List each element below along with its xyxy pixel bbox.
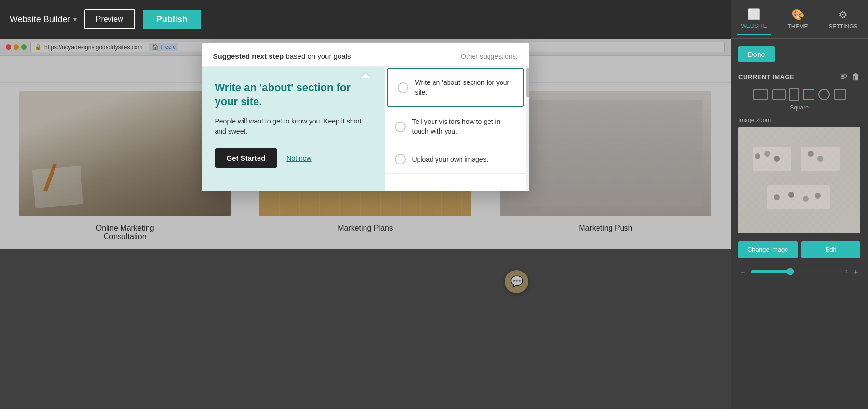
suggestions-list: Write an 'about' section for your site. … bbox=[385, 67, 526, 191]
right-panel: Done CURRENT IMAGE 👁 🗑 bbox=[731, 39, 868, 409]
theme-icon: 🎨 bbox=[791, 9, 804, 21]
shape-tall-icon bbox=[789, 88, 799, 101]
image-zoom-label: Image Zoom bbox=[738, 117, 860, 123]
suggestion-item-1[interactable]: Tell your visitors how to get in touch w… bbox=[385, 109, 526, 145]
modal-scrollbar[interactable] bbox=[526, 67, 529, 191]
shape-rect2[interactable] bbox=[834, 89, 846, 100]
website-preview: 🔒 https://noyadesigns.godaddysites.com 🏠… bbox=[0, 39, 731, 409]
suggested-label: Suggested next step based on your goals bbox=[213, 52, 351, 60]
shape-rect-icon bbox=[772, 89, 786, 100]
tab-website[interactable]: ⬜ WEBSITE bbox=[737, 3, 771, 35]
tab-settings-label: SETTINGS bbox=[828, 23, 857, 30]
zoom-out-button[interactable]: － bbox=[738, 266, 747, 277]
shape-sq-icon bbox=[803, 89, 814, 100]
shape-circle[interactable] bbox=[818, 89, 830, 100]
website-icon: ⬜ bbox=[747, 8, 760, 21]
radio-0 bbox=[398, 82, 408, 93]
brand-chevron-icon: ▾ bbox=[73, 15, 77, 23]
shape-wide-icon bbox=[753, 89, 768, 100]
shape-circle-icon bbox=[818, 89, 830, 100]
main-suggestion: Write an 'about' section for your site. … bbox=[202, 67, 385, 191]
next-steps-modal: Suggested next step based on your goals … bbox=[202, 43, 529, 191]
current-image-actions: 👁 🗑 bbox=[839, 72, 860, 82]
suggestion-text-2: Upload your own images. bbox=[412, 155, 488, 164]
edit-button[interactable]: Edit bbox=[801, 241, 861, 258]
zoom-in-button[interactable]: ＋ bbox=[852, 266, 860, 277]
not-now-button[interactable]: Not now bbox=[286, 154, 311, 162]
current-image-section: CURRENT IMAGE 👁 🗑 bbox=[738, 72, 860, 82]
suggestion-text-1: Tell your visitors how to get in touch w… bbox=[412, 117, 516, 136]
preview-svg bbox=[738, 127, 860, 233]
visibility-toggle-button[interactable]: 👁 bbox=[839, 72, 848, 82]
main-area: 🔒 https://noyadesigns.godaddysites.com 🏠… bbox=[0, 39, 868, 409]
tab-theme[interactable]: 🎨 THEME bbox=[784, 4, 812, 35]
modal-body: Write an 'about' section for your site. … bbox=[202, 67, 529, 191]
main-suggestion-title: Write an 'about' section for your site. bbox=[215, 81, 371, 109]
right-panel-tabs: ⬜ WEBSITE 🎨 THEME ⚙ SETTINGS bbox=[731, 0, 868, 39]
suggestion-text-0: Write an 'about' section for your site. bbox=[415, 78, 513, 97]
brand-logo[interactable]: Website Builder ▾ bbox=[10, 14, 77, 25]
done-button[interactable]: Done bbox=[738, 46, 775, 62]
brand-name: Website Builder bbox=[10, 14, 70, 25]
svg-point-7 bbox=[808, 151, 814, 157]
svg-point-5 bbox=[764, 151, 770, 157]
zoom-controls: － ＋ bbox=[738, 266, 860, 277]
shape-rect[interactable] bbox=[772, 89, 786, 100]
tab-theme-label: THEME bbox=[787, 23, 808, 30]
zoom-slider[interactable] bbox=[751, 268, 848, 275]
svg-point-9 bbox=[774, 194, 780, 200]
modal-overlay: Suggested next step based on your goals … bbox=[0, 39, 731, 409]
svg-point-4 bbox=[755, 153, 760, 159]
suggestion-item-empty bbox=[385, 174, 526, 191]
image-action-buttons: Change image Edit bbox=[738, 241, 860, 258]
publish-button[interactable]: Publish bbox=[143, 10, 201, 29]
shape-rect2-icon bbox=[834, 89, 846, 100]
modal-caret bbox=[361, 73, 370, 78]
svg-point-10 bbox=[788, 192, 794, 198]
shape-square[interactable] bbox=[803, 89, 814, 100]
suggestion-actions: Get Started Not now bbox=[215, 148, 371, 168]
svg-point-12 bbox=[815, 193, 821, 199]
tab-settings[interactable]: ⚙ SETTINGS bbox=[825, 4, 861, 35]
suggestion-item-2[interactable]: Upload your own images. bbox=[385, 145, 526, 174]
svg-point-6 bbox=[774, 156, 780, 162]
radio-2 bbox=[395, 154, 406, 164]
top-navigation: Website Builder ▾ Preview Publish Hire a… bbox=[0, 0, 868, 39]
shape-label: Square bbox=[738, 104, 860, 111]
tab-website-label: WEBSITE bbox=[741, 23, 767, 29]
suggestion-item-0[interactable]: Write an 'about' section for your site. bbox=[387, 68, 524, 107]
radio-1 bbox=[395, 122, 406, 132]
change-image-button[interactable]: Change image bbox=[738, 241, 798, 258]
current-image-preview bbox=[738, 127, 860, 233]
main-suggestion-desc: People will want to get to know you. Kee… bbox=[215, 116, 371, 136]
shape-selectors bbox=[738, 88, 860, 101]
svg-rect-0 bbox=[738, 127, 860, 233]
shape-wide[interactable] bbox=[753, 89, 768, 100]
current-image-label: CURRENT IMAGE bbox=[738, 73, 794, 81]
other-suggestions-label: Other suggestions: bbox=[461, 53, 518, 60]
settings-icon: ⚙ bbox=[838, 9, 848, 21]
scrollbar-thumb bbox=[526, 68, 529, 97]
svg-point-11 bbox=[803, 196, 809, 202]
shape-tall[interactable] bbox=[789, 88, 799, 101]
svg-point-8 bbox=[817, 156, 823, 162]
delete-image-button[interactable]: 🗑 bbox=[852, 72, 860, 82]
preview-button[interactable]: Preview bbox=[84, 9, 135, 29]
get-started-button[interactable]: Get Started bbox=[215, 148, 277, 168]
modal-header: Suggested next step based on your goals … bbox=[202, 43, 529, 67]
